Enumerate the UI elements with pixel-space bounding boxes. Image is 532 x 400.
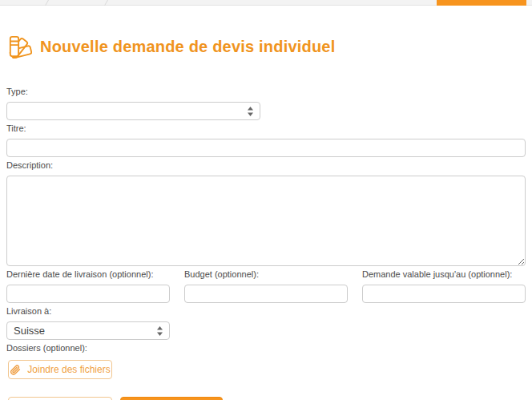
budget-label: Budget (optionnel): [184,269,348,280]
description-label: Description: [6,160,526,171]
valable-input[interactable] [362,285,526,303]
titre-label: Titre: [6,123,526,134]
type-group: Type: [6,87,526,120]
optional-fields-row: Dernière date de livraison (optionnel): … [6,269,526,303]
derniere-date-label: Dernière date de livraison (optionnel): [6,269,170,280]
titre-input[interactable] [6,139,526,157]
dossiers-label: Dossiers (optionnel): [6,343,526,354]
livraison-select[interactable]: Suisse [6,321,170,340]
description-group: Description: [6,160,526,266]
breadcrumb-divider [45,0,49,6]
dossiers-group: Dossiers (optionnel): Joindre des fichie… [6,343,526,379]
page-header: Nouvelle demande de devis individuel [8,34,526,59]
attach-files-label: Joindre des fichiers [27,364,110,375]
save-button[interactable]: sauvegarder [120,397,223,400]
type-select[interactable] [6,102,260,120]
derniere-date-group: Dernière date de livraison (optionnel): [6,269,170,303]
livraison-group: Livraison à: Suisse [6,306,526,340]
quote-request-form: Type: Titre: Description: [6,87,526,400]
page-title: Nouvelle demande de devis individuel [40,38,335,56]
breadcrumb-divider [104,0,108,6]
form-actions: Annuler sauvegarder [8,397,526,400]
titre-group: Titre: [6,123,526,157]
attach-files-button[interactable]: Joindre des fichiers [8,360,112,379]
derniere-date-input[interactable] [6,285,170,303]
budget-group: Budget (optionnel): [184,269,348,303]
valable-label: Demande valable jusqu'au (optionnel): [362,269,526,280]
cancel-button[interactable]: Annuler [8,397,112,400]
description-textarea[interactable] [6,176,526,266]
topbar-action-button[interactable] [437,0,526,6]
budget-input[interactable] [184,285,348,303]
paperclip-icon [10,364,22,376]
breadcrumb-bar [0,0,532,6]
swatchbook-icon [8,34,32,59]
type-label: Type: [6,87,526,97]
valable-group: Demande valable jusqu'au (optionnel): [362,269,526,303]
main-content: Nouvelle demande de devis individuel Typ… [0,34,532,400]
livraison-label: Livraison à: [6,306,526,317]
